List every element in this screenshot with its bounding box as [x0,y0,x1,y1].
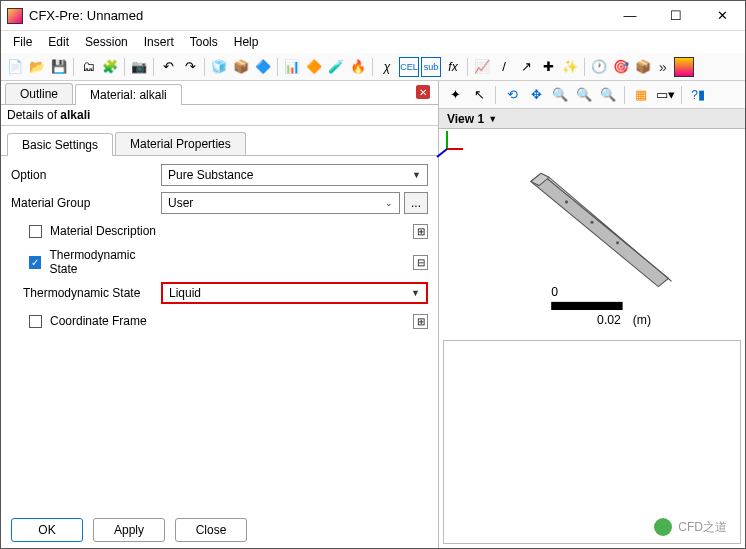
select-icon[interactable]: ▦ [631,85,651,105]
thermo-state-row: ✓ Thermodynamic State [11,248,161,276]
material-description-label: Material Description [50,224,156,238]
window-title: CFX-Pre: Unnamed [29,8,607,23]
ok-button[interactable]: OK [11,518,83,542]
menu-bar: File Edit Session Insert Tools Help [1,31,745,53]
tab-material-properties[interactable]: Material Properties [115,132,246,155]
flame-icon[interactable]: 🔥 [348,57,368,77]
material-description-checkbox[interactable] [29,225,42,238]
material-group-browse-button[interactable]: ... [404,192,428,214]
close-window-button[interactable]: ✕ [699,1,745,31]
window-buttons: — ☐ ✕ [607,1,745,31]
option-value: Pure Substance [168,168,253,182]
plus-icon[interactable]: ✚ [538,57,558,77]
line-icon[interactable]: 📈 [472,57,492,77]
sparkle-icon[interactable]: ✨ [560,57,580,77]
main-area: Outline Material: alkali ✕ Details of al… [1,81,745,548]
watermark-icon [654,518,672,536]
form-area: Option Pure Substance ▼ Material Group U… [1,156,438,512]
camera-icon[interactable]: 📷 [129,57,149,77]
caret-icon: ⌄ [385,198,393,208]
menu-insert[interactable]: Insert [136,33,182,51]
target-icon[interactable]: 🎯 [611,57,631,77]
watermark: CFD之道 [654,518,727,536]
caret-icon: ▼ [412,170,421,180]
thermo-state-combo[interactable]: Liquid ▼ [161,282,428,304]
chevron-down-icon: ▼ [488,114,497,124]
box-icon[interactable]: 📦 [633,57,653,77]
expression-icon[interactable]: χ [377,57,397,77]
thermo-state-label: Thermodynamic State [11,286,161,300]
coord-frame-row: Coordinate Frame [11,314,161,328]
zoom-box-icon[interactable]: 🔍 [574,85,594,105]
minimize-button[interactable]: — [607,1,653,31]
help-icon[interactable]: ?▮ [688,85,708,105]
new-icon[interactable]: 📄 [5,57,25,77]
cursor-icon[interactable]: ↖ [469,85,489,105]
viewport-3d[interactable]: 0 0.02 (m) [439,129,745,336]
thermo-state-check-label: Thermodynamic State [49,248,161,276]
tab-close-button[interactable]: ✕ [416,85,430,99]
triad-icon [433,123,739,330]
option-label: Option [11,168,161,182]
details-header: Details of alkali [1,105,438,126]
editor-tabs: Outline Material: alkali ✕ [1,81,438,105]
save-icon[interactable]: 💾 [49,57,69,77]
close-button[interactable]: Close [175,518,247,542]
fx-icon[interactable]: fx [443,57,463,77]
material-description-expand[interactable]: ⊞ [413,224,428,239]
pan-icon[interactable]: ✥ [526,85,546,105]
inner-tabs: Basic Settings Material Properties [1,126,438,156]
open-icon[interactable]: 📂 [27,57,47,77]
material-group-combo[interactable]: User ⌄ [161,192,400,214]
pointer-icon[interactable]: ✦ [445,85,465,105]
clock-icon[interactable]: 🕐 [589,57,609,77]
tab-material[interactable]: Material: alkali [75,84,182,105]
tree-icon[interactable]: 🗂 [78,57,98,77]
undo-icon[interactable]: ↶ [158,57,178,77]
coord-frame-label: Coordinate Frame [50,314,147,328]
end-icon[interactable] [674,57,694,77]
left-panel: Outline Material: alkali ✕ Details of al… [1,81,439,548]
hierarchy-icon[interactable]: 🧩 [100,57,120,77]
redo-icon[interactable]: ↷ [180,57,200,77]
analysis-icon[interactable]: 📊 [282,57,302,77]
tab-outline[interactable]: Outline [5,83,73,104]
slash-icon[interactable]: / [494,57,514,77]
maximize-button[interactable]: ☐ [653,1,699,31]
menu-session[interactable]: Session [77,33,136,51]
zoom-in-icon[interactable]: 🔍 [550,85,570,105]
menu-help[interactable]: Help [226,33,267,51]
console-panel[interactable] [443,340,741,544]
svg-line-9 [437,149,447,157]
import-icon[interactable]: 📦 [231,57,251,77]
mesh-icon[interactable]: 🧊 [209,57,229,77]
thermo-state-value: Liquid [169,286,201,300]
fit-icon[interactable]: 🔍 [598,85,618,105]
toolbar-overflow[interactable]: » [655,59,672,75]
material-description-row: Material Description [11,224,161,238]
thermo-state-collapse[interactable]: ⊟ [413,255,428,270]
apply-button[interactable]: Apply [93,518,165,542]
app-icon [7,8,23,24]
cube-icon[interactable]: 🔷 [253,57,273,77]
domain-icon[interactable]: 🔶 [304,57,324,77]
rotate-icon[interactable]: ⟲ [502,85,522,105]
coord-frame-expand[interactable]: ⊞ [413,314,428,329]
material-group-value: User [168,196,193,210]
thermo-state-checkbox[interactable]: ✓ [29,256,41,269]
menu-file[interactable]: File [5,33,40,51]
coord-frame-checkbox[interactable] [29,315,42,328]
menu-edit[interactable]: Edit [40,33,77,51]
tab-basic-settings[interactable]: Basic Settings [7,133,113,156]
option-combo[interactable]: Pure Substance ▼ [161,164,428,186]
material-group-label: Material Group [11,196,161,210]
menu-tools[interactable]: Tools [182,33,226,51]
rect-icon[interactable]: ▭▾ [655,85,675,105]
boundary-icon[interactable]: 🧪 [326,57,346,77]
details-name: alkali [60,108,90,122]
main-toolbar: 📄 📂 💾 🗂 🧩 📷 ↶ ↷ 🧊 📦 🔷 📊 🔶 🧪 🔥 χ CEL sub … [1,53,745,81]
sub-icon[interactable]: sub [421,57,441,77]
arrow-icon[interactable]: ↗ [516,57,536,77]
viewer-toolbar: ✦ ↖ ⟲ ✥ 🔍 🔍 🔍 ▦ ▭▾ ?▮ [439,81,745,109]
cel-icon[interactable]: CEL [399,57,419,77]
